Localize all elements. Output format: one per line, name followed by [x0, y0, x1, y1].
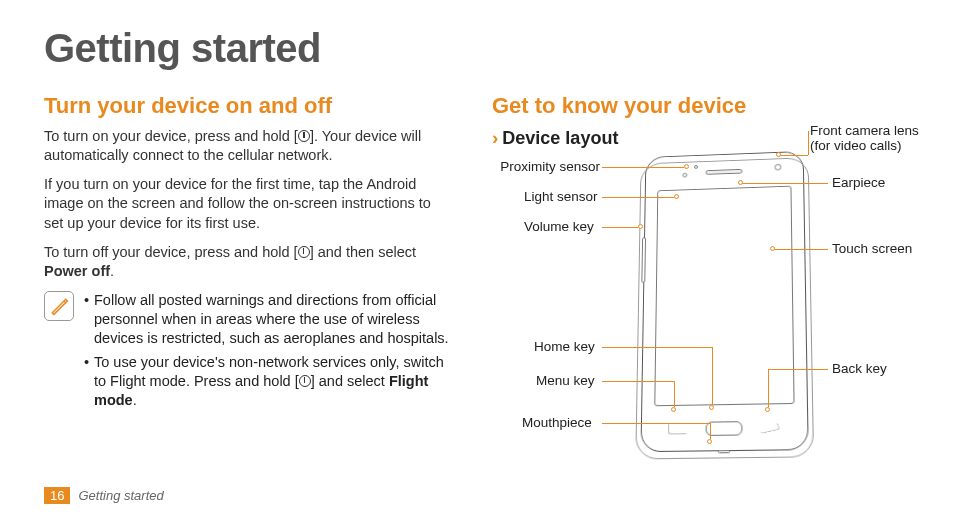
- label-back: Back key: [832, 361, 887, 376]
- label-proximity: Proximity sensor: [496, 159, 600, 174]
- phone-earpiece: [706, 169, 743, 175]
- label-power-off: Power off: [44, 263, 110, 279]
- note-icon: [44, 291, 74, 321]
- phone-camera: [775, 164, 782, 171]
- heading-turn-on-off: Turn your device on and off: [44, 93, 454, 119]
- label-camera: Front camera lens (for video calls): [810, 123, 919, 153]
- note-item: To use your device's non-network service…: [84, 353, 454, 410]
- label-light: Light sensor: [524, 189, 598, 204]
- heading-know-device: Get to know your device: [492, 93, 914, 119]
- label-home: Home key: [534, 339, 595, 354]
- phone-back-key: [760, 425, 781, 434]
- phone-mouthpiece: [718, 450, 730, 453]
- label-menu: Menu key: [536, 373, 595, 388]
- phone-proximity-sensor: [694, 165, 698, 169]
- power-icon: [299, 375, 311, 387]
- text: ] and select: [311, 373, 389, 389]
- power-icon: [298, 246, 310, 258]
- phone-screen: [654, 186, 794, 407]
- note-list: Follow all posted warnings and direction…: [84, 291, 454, 416]
- power-icon: [298, 130, 310, 142]
- phone-volume-key: [641, 237, 646, 283]
- note-box: Follow all posted warnings and direction…: [44, 291, 454, 416]
- para-first-time: If you turn on your device for the first…: [44, 175, 454, 232]
- left-column: Turn your device on and off To turn on y…: [44, 93, 454, 483]
- text: (for video calls): [810, 138, 902, 153]
- phone-light-sensor: [682, 173, 687, 178]
- label-mouthpiece: Mouthpiece: [522, 415, 592, 430]
- label-earpiece: Earpiece: [832, 175, 885, 190]
- para-turn-off: To turn off your device, press and hold …: [44, 243, 454, 281]
- text: .: [133, 392, 137, 408]
- para-turn-on: To turn on your device, press and hold […: [44, 127, 454, 165]
- page-title: Getting started: [44, 26, 914, 71]
- page-number: 16: [44, 487, 70, 504]
- text: .: [110, 263, 114, 279]
- text: Front camera lens: [810, 123, 919, 138]
- label-volume: Volume key: [524, 219, 594, 234]
- text: To turn on your device, press and hold [: [44, 128, 298, 144]
- device-diagram: Proximity sensor Light sensor Volume key…: [492, 123, 912, 483]
- phone-menu-key: [668, 424, 686, 434]
- text: ] and then select: [310, 244, 416, 260]
- footer-section: Getting started: [78, 488, 163, 503]
- note-item: Follow all posted warnings and direction…: [84, 291, 454, 348]
- page-footer: 16 Getting started: [44, 487, 164, 504]
- label-touchscreen: Touch screen: [832, 241, 912, 256]
- right-column: Get to know your device ›Device layout P…: [492, 93, 914, 483]
- text: To turn off your device, press and hold …: [44, 244, 298, 260]
